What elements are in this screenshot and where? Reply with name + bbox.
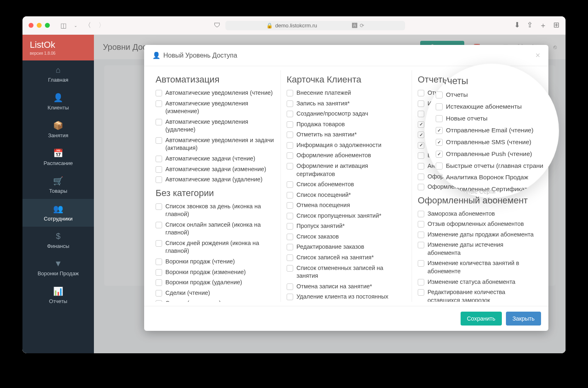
checkbox[interactable] xyxy=(436,91,443,98)
checkbox[interactable] xyxy=(418,163,424,169)
checkbox[interactable] xyxy=(418,121,424,128)
sidebar-item-0[interactable]: ⌂Главная xyxy=(22,60,94,88)
magnifier-lens: Отчеты ОтчетыИстекающие абонементыНовые … xyxy=(424,63,559,198)
sidebar-toggle-icon[interactable]: ◫ xyxy=(60,22,67,29)
tabs-icon[interactable]: ⊞ xyxy=(553,20,559,30)
checkbox[interactable] xyxy=(418,184,424,190)
sidebar-item-1[interactable]: 👤Клиенты xyxy=(22,88,94,116)
perm-item: Список звонков за день (иконка на главно… xyxy=(156,203,275,219)
checkbox[interactable] xyxy=(156,279,162,286)
lens-perm-label: Аналитика Воронок Продаж xyxy=(446,173,528,182)
nav-back-icon[interactable]: 〈 xyxy=(85,21,91,30)
checkbox[interactable] xyxy=(287,163,293,169)
checkbox[interactable] xyxy=(418,90,424,96)
checkbox[interactable] xyxy=(287,265,293,272)
checkbox[interactable] xyxy=(287,132,293,138)
checkbox[interactable] xyxy=(436,103,443,110)
checkbox[interactable] xyxy=(156,100,162,107)
lens-perm-item: Отправленные Email (чтение) xyxy=(436,126,550,135)
checkbox[interactable] xyxy=(418,142,424,149)
sidebar-item-5[interactable]: 👥Сотрудники xyxy=(22,199,94,227)
checkbox[interactable] xyxy=(418,279,424,285)
minimize-window-icon[interactable] xyxy=(37,23,42,28)
modal-close-icon[interactable]: × xyxy=(535,51,540,60)
checkbox[interactable] xyxy=(287,223,293,230)
close-window-icon[interactable] xyxy=(29,23,33,28)
checkbox[interactable] xyxy=(436,115,443,122)
checkbox[interactable] xyxy=(287,121,293,128)
checkbox[interactable] xyxy=(418,211,424,217)
checkbox[interactable] xyxy=(418,152,424,159)
checkbox[interactable] xyxy=(156,290,162,297)
checkbox[interactable] xyxy=(287,234,293,240)
checkbox[interactable] xyxy=(287,283,293,290)
checkbox[interactable] xyxy=(156,156,162,162)
perm-item-label: Автоматические уведомления (чтение) xyxy=(165,89,273,97)
sidebar-item-label: Сотрудники xyxy=(44,216,72,222)
share-icon[interactable]: ⇪ xyxy=(527,20,533,30)
sidebar-icon-7: ▼ xyxy=(25,259,91,268)
checkbox[interactable] xyxy=(156,203,162,210)
perm-item: Отмена посещения xyxy=(287,201,406,210)
checkbox[interactable] xyxy=(287,192,293,198)
lens-perm-item: Аналитика Воронок Продаж xyxy=(436,173,550,182)
checkbox[interactable] xyxy=(418,260,424,267)
checkbox[interactable] xyxy=(287,152,293,159)
checkbox[interactable] xyxy=(156,166,162,173)
checkbox[interactable] xyxy=(436,139,443,146)
download-icon[interactable]: ⬇ xyxy=(514,20,520,30)
checkbox[interactable] xyxy=(418,242,424,248)
checkbox[interactable] xyxy=(436,163,443,169)
nav-forward-icon[interactable]: 〉 xyxy=(98,21,105,30)
sidebar-item-label: Расписание xyxy=(44,160,73,166)
translate-icon[interactable]: 🅰 xyxy=(352,22,357,29)
chevron-down-icon[interactable]: ⌄ xyxy=(74,23,77,28)
perm-item-label: Автоматические задачи (изменение) xyxy=(165,165,266,174)
checkbox[interactable] xyxy=(436,127,443,134)
checkbox[interactable] xyxy=(287,213,293,219)
checkbox[interactable] xyxy=(156,300,162,302)
checkbox[interactable] xyxy=(156,137,162,144)
checkbox[interactable] xyxy=(287,100,293,107)
checkbox[interactable] xyxy=(156,269,162,276)
checkbox[interactable] xyxy=(287,181,293,188)
perm-item-label: Запись на занятия* xyxy=(296,100,350,108)
checkbox[interactable] xyxy=(156,240,162,247)
url-bar[interactable]: 🔒 demo.listokcrm.ru 🅰 ⟳ xyxy=(225,21,405,30)
new-tab-icon[interactable]: ＋ xyxy=(539,20,547,30)
checkbox[interactable] xyxy=(418,111,424,117)
checkbox[interactable] xyxy=(287,254,293,261)
checkbox[interactable] xyxy=(287,202,293,209)
close-button[interactable]: Закрыть xyxy=(506,312,541,326)
checkbox[interactable] xyxy=(156,222,162,228)
sidebar-item-3[interactable]: 📅Расписание xyxy=(22,143,94,171)
checkbox[interactable] xyxy=(156,119,162,125)
checkbox[interactable] xyxy=(418,174,424,180)
checkbox[interactable] xyxy=(436,151,443,158)
checkbox[interactable] xyxy=(287,142,293,149)
checkbox[interactable] xyxy=(287,111,293,117)
checkbox[interactable] xyxy=(418,221,424,227)
checkbox[interactable] xyxy=(156,176,162,183)
sidebar-item-4[interactable]: 🛒Товары xyxy=(22,171,94,199)
checkbox[interactable] xyxy=(418,289,424,296)
shield-icon[interactable]: 🛡 xyxy=(214,22,220,29)
checkbox[interactable] xyxy=(287,294,293,300)
checkbox[interactable] xyxy=(287,244,293,250)
sidebar-item-8[interactable]: 📊Отчеты xyxy=(22,281,94,309)
checkbox[interactable] xyxy=(287,90,293,96)
save-button[interactable]: Сохранить xyxy=(461,312,502,326)
checkbox[interactable] xyxy=(418,232,424,238)
traffic-lights xyxy=(29,23,50,28)
checkbox[interactable] xyxy=(156,259,162,265)
checkbox[interactable] xyxy=(418,100,424,107)
sidebar-item-6[interactable]: $Финансы xyxy=(22,227,94,254)
sidebar-item-7[interactable]: ▼Воронки Продаж xyxy=(22,254,94,281)
reload-icon[interactable]: ⟳ xyxy=(360,22,364,29)
checkbox[interactable] xyxy=(418,132,424,138)
lens-perm-label: Новые отчеты xyxy=(446,114,488,123)
sidebar-item-2[interactable]: 📦Занятия xyxy=(22,116,94,143)
checkbox[interactable] xyxy=(156,90,162,96)
maximize-window-icon[interactable] xyxy=(45,23,50,28)
sidebar-icon-1: 👤 xyxy=(25,93,91,103)
